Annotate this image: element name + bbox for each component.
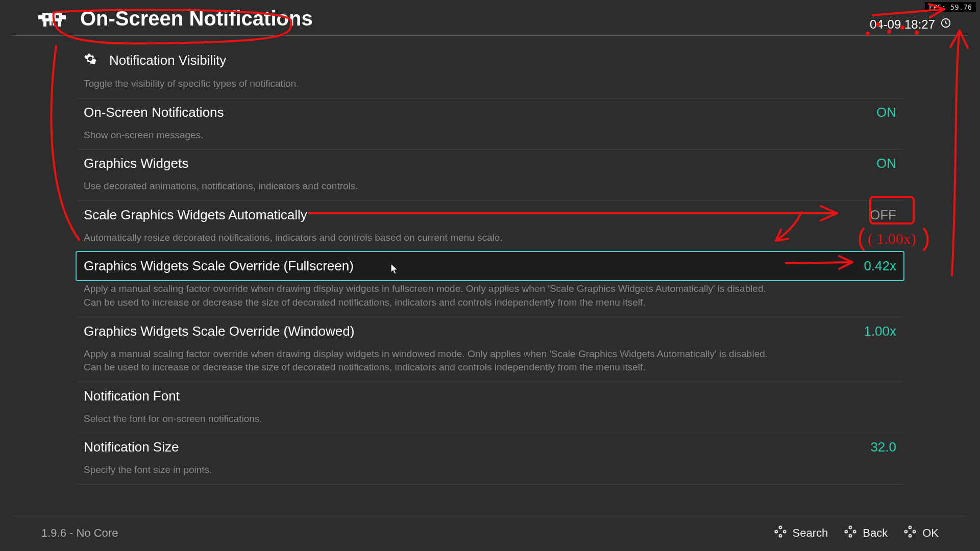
hint-label: OK <box>922 527 939 540</box>
gamepad-button-icon <box>843 524 857 542</box>
clock-readout: 04-09 18:27 <box>870 17 951 32</box>
setting-description: Automatically resize decorated notificat… <box>77 229 791 252</box>
svg-rect-3 <box>42 13 62 21</box>
setting-label: On-Screen Notifications <box>84 105 224 120</box>
setting-row-header[interactable]: Notification Visibility <box>77 46 903 75</box>
svg-point-18 <box>853 531 856 533</box>
setting-row[interactable]: On-Screen NotificationsONShow on-screen … <box>77 98 903 150</box>
svg-rect-8 <box>53 21 55 26</box>
setting-label-text: Notification Visibility <box>109 53 226 68</box>
fps-counter: FPS: 59.76 <box>925 2 976 12</box>
hint-ok[interactable]: OK <box>903 524 939 542</box>
svg-point-21 <box>905 531 908 533</box>
setting-value[interactable]: 0.42x <box>864 258 896 274</box>
setting-label-text: Graphics Widgets Scale Override (Fullscr… <box>84 258 354 274</box>
hint-back[interactable]: Back <box>843 524 888 542</box>
setting-value[interactable]: ON <box>876 105 896 120</box>
svg-point-17 <box>845 531 848 533</box>
setting-label: Graphics Widgets Scale Override (Windowe… <box>84 323 354 339</box>
page-header: On-Screen Notifications <box>13 0 967 36</box>
svg-rect-4 <box>45 15 48 18</box>
svg-point-22 <box>913 531 916 533</box>
hint-label: Back <box>863 527 888 540</box>
svg-point-13 <box>775 531 777 533</box>
setting-description: Specify the font size in points. <box>77 461 791 484</box>
svg-point-20 <box>909 535 912 537</box>
setting-row-header[interactable]: Notification Font <box>77 382 903 410</box>
setting-row[interactable]: Graphics Widgets Scale Override (Windowe… <box>77 317 903 382</box>
setting-label: Graphics Widgets Scale Override (Fullscr… <box>84 258 354 274</box>
setting-label-text: Graphics Widgets <box>84 156 188 171</box>
gamepad-button-icon <box>903 524 917 542</box>
hint-search[interactable]: Search <box>773 524 828 542</box>
setting-row-header[interactable]: Graphics Widgets Scale Override (Windowe… <box>77 317 903 345</box>
settings-list: Notification VisibilityToggle the visibi… <box>77 46 903 485</box>
svg-point-10 <box>92 61 95 64</box>
svg-rect-6 <box>43 21 46 27</box>
footer-bar: 1.9.6 - No Core SearchBackOK <box>13 515 967 542</box>
svg-rect-5 <box>56 15 59 18</box>
setting-label: Notification Font <box>84 388 180 404</box>
setting-value[interactable]: 1.00x <box>864 323 896 339</box>
setting-value[interactable]: ON <box>876 156 896 171</box>
svg-rect-2 <box>62 15 66 19</box>
setting-row-header[interactable]: Notification Size32.0 <box>77 433 903 461</box>
setting-row-header[interactable]: Graphics Widgets Scale Override (Fullscr… <box>77 252 903 280</box>
setting-value[interactable]: 32.0 <box>870 439 896 455</box>
setting-label: Notification Size <box>84 439 179 455</box>
clock-icon <box>940 17 951 32</box>
setting-label: Graphics Widgets <box>84 156 188 171</box>
svg-point-11 <box>779 527 781 529</box>
setting-description: Apply a manual scaling factor override w… <box>77 345 791 382</box>
setting-row[interactable]: Graphics WidgetsONUse decorated animatio… <box>77 149 903 201</box>
setting-row-header[interactable]: Scale Graphics Widgets AutomaticallyOFF <box>77 201 903 229</box>
setting-row-header[interactable]: On-Screen NotificationsON <box>77 98 903 127</box>
page-title: On-Screen Notifications <box>80 7 313 30</box>
button-hints: SearchBackOK <box>773 524 939 542</box>
setting-row[interactable]: Graphics Widgets Scale Override (Fullscr… <box>77 252 903 317</box>
svg-rect-1 <box>38 15 42 19</box>
setting-label-text: Notification Size <box>84 439 179 455</box>
setting-label-text: Scale Graphics Widgets Automatically <box>84 207 307 223</box>
svg-point-15 <box>849 527 852 529</box>
gear-icon <box>84 52 97 69</box>
svg-point-19 <box>909 527 912 529</box>
setting-label-text: Notification Font <box>84 388 180 404</box>
datetime-text: 04-09 18:27 <box>870 17 935 32</box>
svg-rect-9 <box>58 21 61 27</box>
svg-point-12 <box>779 535 781 537</box>
setting-value[interactable]: OFF <box>870 207 896 223</box>
setting-row[interactable]: Notification VisibilityToggle the visibi… <box>77 46 903 98</box>
setting-description: Use decorated animations, notifications,… <box>77 178 791 201</box>
setting-row[interactable]: Notification FontSelect the font for on-… <box>77 382 903 434</box>
setting-description: Apply a manual scaling factor override w… <box>77 280 791 316</box>
setting-label-text: On-Screen Notifications <box>84 105 224 120</box>
setting-label: Scale Graphics Widgets Automatically <box>84 207 307 223</box>
setting-description: Show on-screen messages. <box>77 127 791 149</box>
svg-point-16 <box>849 535 852 537</box>
setting-description: Select the font for on-screen notificati… <box>77 410 791 433</box>
setting-row[interactable]: Scale Graphics Widgets AutomaticallyOFFA… <box>77 201 903 253</box>
version-text: 1.9.6 - No Core <box>41 527 118 540</box>
retroarch-logo-icon <box>38 10 66 28</box>
gamepad-button-icon <box>773 524 788 542</box>
setting-row[interactable]: Notification Size32.0Specify the font si… <box>77 433 903 485</box>
svg-point-14 <box>783 531 786 533</box>
setting-description: Toggle the visibility of specific types … <box>77 75 791 98</box>
svg-rect-7 <box>50 21 52 26</box>
setting-label-text: Graphics Widgets Scale Override (Windowe… <box>84 323 354 339</box>
hint-label: Search <box>793 527 828 540</box>
setting-label: Notification Visibility <box>84 52 226 69</box>
setting-row-header[interactable]: Graphics WidgetsON <box>77 149 903 178</box>
